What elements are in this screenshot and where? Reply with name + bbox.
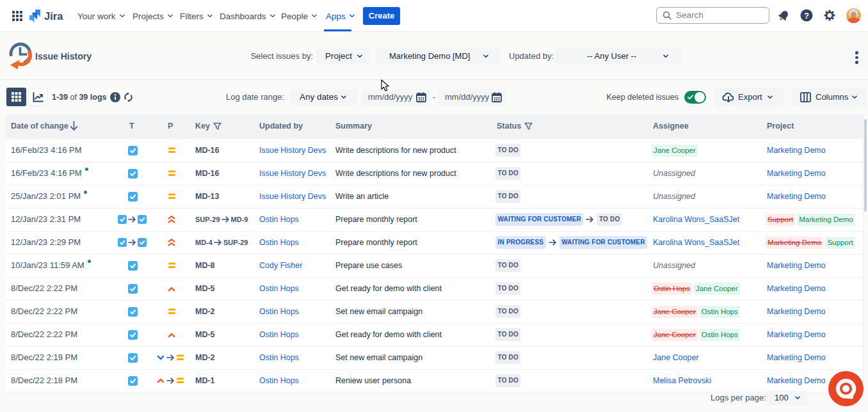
svg-text:?: ? (804, 12, 809, 20)
